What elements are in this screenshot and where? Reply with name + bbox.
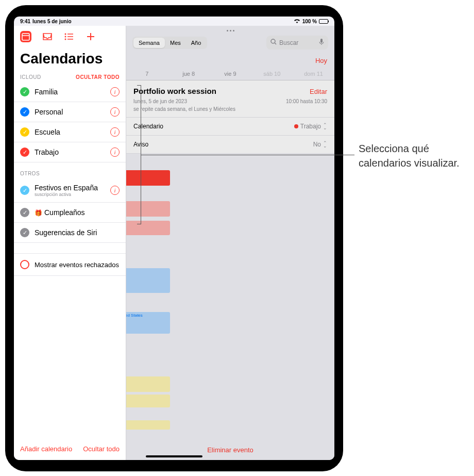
checkmark-icon: ✓ [20, 87, 29, 96]
wifi-icon [294, 19, 300, 24]
mic-icon[interactable] [319, 38, 324, 47]
callout-line [141, 155, 354, 155]
checkmark-icon: ✓ [20, 147, 29, 157]
calendar-label: Sugerencias de Siri [35, 228, 120, 237]
callout-bracket [137, 85, 141, 224]
segment-week[interactable]: Semana [133, 38, 165, 48]
info-icon[interactable]: i [110, 127, 120, 137]
battery-percent: 100 % [302, 19, 317, 24]
info-icon[interactable]: i [110, 186, 120, 195]
section-icloud-label: ICLOUD [20, 74, 41, 80]
list-icon[interactable] [63, 31, 75, 42]
search-placeholder: Buscar [279, 39, 298, 46]
event-time: 10:00 hasta 10:30 [286, 99, 327, 104]
calendar-item[interactable]: ✓ Personal i [14, 102, 126, 122]
checkmark-icon: ✓ [20, 228, 29, 237]
bg-event-label: ited States [121, 312, 170, 334]
edit-button[interactable]: Editar [310, 88, 327, 95]
svg-point-10 [271, 39, 275, 43]
checkmark-icon: ✓ [20, 208, 29, 217]
day-column-header[interactable]: sáb 10 [251, 71, 293, 77]
day-column-header[interactable]: jue 8 [168, 71, 210, 77]
calendar-color-dot [294, 124, 298, 128]
status-date: lunes 5 de junio [32, 19, 72, 24]
info-icon[interactable]: i [110, 147, 120, 157]
calendar-item[interactable]: ✓ Trabajo i [14, 142, 126, 162]
segment-year[interactable]: Año [186, 38, 207, 48]
add-icon[interactable] [85, 31, 96, 42]
chevron-updown-icon: ⌃⌄ [323, 123, 327, 129]
hide-all-button[interactable]: Ocultar todo [83, 445, 120, 453]
calendar-row[interactable]: Calendario Trabajo ⌃⌄ [126, 118, 334, 136]
day-column-header[interactable]: dom 11 [293, 71, 334, 77]
calendar-label: Personal [35, 108, 105, 116]
calendar-label: Escuela [35, 128, 105, 136]
svg-point-2 [65, 34, 66, 35]
calendars-sidebar: Calendarios ICLOUD OCULTAR TODO ✓ Famili… [14, 26, 126, 460]
hide-all-icloud-button[interactable]: OCULTAR TODO [76, 74, 120, 80]
info-icon[interactable]: i [110, 107, 120, 117]
today-button[interactable]: Hoy [126, 54, 334, 68]
sidebar-title: Calendarios [14, 47, 126, 72]
rejected-label: Mostrar eventos rechazados [35, 261, 119, 269]
day-column-header[interactable]: vie 9 [210, 71, 251, 77]
ipad-device-frame: 9:41 lunes 5 de junio 100 % [5, 5, 343, 471]
svg-rect-0 [22, 34, 29, 40]
day-column-header[interactable]: 7 [126, 71, 168, 77]
calendar-value: Trabajo [300, 123, 321, 130]
calendar-label: Trabajo [35, 148, 105, 156]
alert-row[interactable]: Aviso No ⌃⌄ [126, 136, 334, 154]
inbox-icon[interactable] [42, 31, 53, 42]
add-calendar-button[interactable]: Añadir calendario [20, 445, 72, 453]
svg-line-11 [275, 43, 276, 44]
svg-point-6 [65, 39, 66, 40]
screen: 9:41 lunes 5 de junio 100 % [14, 17, 334, 460]
calendar-label: Festivos en Españasuscripción activa [35, 184, 105, 197]
unchecked-circle-icon [20, 260, 29, 269]
svg-point-4 [65, 36, 66, 38]
calendar-item[interactable]: ✓ Festivos en Españasuscripción activa i [14, 178, 126, 203]
calendar-sublabel: suscripción activa [35, 192, 105, 197]
alert-value: No [313, 141, 321, 148]
show-rejected-toggle[interactable]: Mostrar eventos rechazados [14, 253, 126, 276]
checkmark-icon: ✓ [20, 186, 29, 195]
event-date: lunes, 5 de jun de 2023 [133, 99, 187, 104]
search-icon [270, 39, 277, 46]
segment-month[interactable]: Mes [165, 38, 186, 48]
sidebar-toolbar [14, 26, 126, 47]
annotation-text: Selecciona qué calendarios visualizar. [359, 141, 467, 170]
calendar-item[interactable]: ✓ Escuela i [14, 122, 126, 142]
event-title: Portfolio work session [133, 87, 216, 95]
gift-icon: 🎁 [35, 209, 42, 217]
search-input[interactable]: Buscar [266, 36, 328, 50]
calendar-icon[interactable] [20, 31, 31, 42]
svg-rect-12 [320, 39, 323, 43]
view-segmented-control[interactable]: Semana Mes Año [132, 37, 207, 49]
main-content: Semana Mes Año Buscar H [126, 26, 334, 460]
chevron-updown-icon: ⌃⌄ [323, 141, 327, 147]
calendar-label: Familia [35, 88, 105, 96]
calendar-label: 🎁Cumpleaños [35, 208, 120, 217]
calendar-item[interactable]: ✓ 🎁Cumpleaños [14, 203, 126, 223]
battery-icon [319, 19, 328, 24]
section-other-label: OTROS [20, 171, 40, 176]
home-indicator[interactable] [146, 455, 202, 457]
event-repeat: se repite cada semana, el Lunes y Miérco… [126, 106, 334, 118]
info-icon[interactable]: i [110, 87, 120, 96]
status-bar: 9:41 lunes 5 de junio 100 % [14, 17, 334, 26]
status-time: 9:41 [20, 19, 30, 24]
calendar-item[interactable]: ✓ Sugerencias de Siri [14, 223, 126, 243]
window-dots-icon[interactable] [227, 30, 234, 31]
checkmark-icon: ✓ [20, 107, 29, 117]
calendar-item[interactable]: ✓ Familia i [14, 82, 126, 102]
checkmark-icon: ✓ [20, 127, 29, 137]
event-detail-panel: Portfolio work session Editar lunes, 5 d… [126, 80, 334, 154]
